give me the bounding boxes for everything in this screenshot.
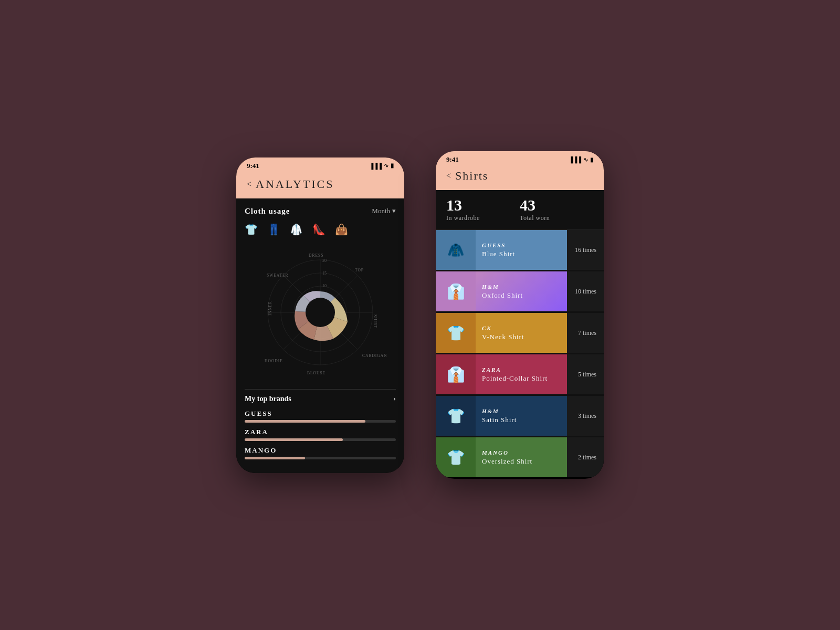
time-left: 9:41 [247,162,259,170]
category-icons: 👕 👖 🥼 👠 👜 [245,223,396,236]
top-brands-title: My top brands [245,395,291,403]
svg-text:TOP: TOP [355,268,364,272]
brand-name-zara: ZARA [245,428,396,436]
bag-icon[interactable]: 👜 [335,223,348,236]
top-brands-header[interactable]: My top brands › [245,389,396,410]
month-selector[interactable]: Month ▾ [372,207,396,215]
shirt-info-mango: MANGO Oversized Shirt [476,437,567,477]
pants-icon[interactable]: 👖 [267,223,280,236]
shirt-thumb-guess: 🧥 [436,230,476,270]
shirt-brand-ck: CK [482,325,561,331]
shirt-thumb-ck: 👕 [436,313,476,353]
brand-fill-zara [245,438,343,441]
status-bar-right: 9:41 ▐▐▐ ∿ ▮ [436,151,604,166]
svg-text:DRESS: DRESS [309,253,323,258]
shirt-info-guess: GUESS Blue Shirt [476,230,567,270]
svg-text:SWEATER: SWEATER [267,273,289,278]
svg-text:20: 20 [322,258,327,263]
svg-point-24 [306,298,335,327]
shirt-name-ck: V-Neck Shirt [482,333,561,341]
brand-name-mango: MANGO [245,446,396,455]
in-wardrobe-stat: 13 In wardrobe [446,197,520,222]
shirts-page-title: Shirts [455,169,488,183]
brand-name-guess: GUESS [245,410,396,418]
in-wardrobe-number: 13 [446,197,520,213]
shirt-brand-zara: ZARA [482,366,561,373]
chart-svg: 5 10 15 20 DRESS TOP SHIRT CARDIGAN BLOU… [252,244,388,381]
shirt-brand-mango: MANGO [482,449,561,456]
brand-bar-guess: GUESS [245,410,396,423]
shirt-item-hm-satin[interactable]: 👕 H&M Satin Shirt 3 times [436,396,604,436]
shirt-list: 🧥 GUESS Blue Shirt 16 times 👔 H&M Oxford… [436,230,604,477]
signal-icon: ▐▐▐ [370,163,382,169]
shirt-item-zara[interactable]: 👔 ZARA Pointed-Collar Shirt 5 times [436,354,604,394]
shirt-brand-hm-oxford: H&M [482,284,561,290]
shirt-item-mango[interactable]: 👕 MANGO Oversized Shirt 2 times [436,437,604,477]
shirt-item-guess[interactable]: 🧥 GUESS Blue Shirt 16 times [436,230,604,270]
svg-text:BLOUSE: BLOUSE [307,371,326,375]
shirt-worn-hm-satin: 3 times [567,396,604,436]
shirts-title-row: < Shirts [436,166,604,183]
shirt-img-zara: 👔 [436,354,476,394]
shirt-info-hm-satin: H&M Satin Shirt [476,396,567,436]
shirt-name-zara: Pointed-Collar Shirt [482,374,561,383]
shirts-back-button[interactable]: < [446,171,451,181]
analytics-phone: 9:41 ▐▐▐ ∿ ▮ < Analytics Cloth usage Mon… [236,158,404,473]
back-button[interactable]: < [247,180,251,189]
shirt-item-ck[interactable]: 👕 CK V-Neck Shirt 7 times [436,313,604,353]
shirt-thumb-zara: 👔 [436,354,476,394]
shirt-thumb-mango: 👕 [436,437,476,477]
brand-track-zara [245,438,396,441]
shirt-img-ck: 👕 [436,313,476,353]
shirt-worn-mango: 2 times [567,437,604,477]
shirt-worn-guess: 16 times [567,230,604,270]
shirts-stats: 13 In wardrobe 43 Total worn [436,190,604,230]
status-bar-left: 9:41 ▐▐▐ ∿ ▮ [236,158,404,172]
wifi-icon-r: ∿ [583,156,588,163]
brand-bars: GUESS ZARA MANGO [245,410,396,459]
shirt-img-hm-oxford: 👔 [436,271,476,311]
shirt-thumb-hm-satin: 👕 [436,396,476,436]
svg-text:15: 15 [322,271,327,276]
in-wardrobe-label: In wardrobe [446,214,520,222]
total-worn-label: Total worn [520,214,593,222]
shirt-item-hm-oxford[interactable]: 👔 H&M Oxford Shirt 10 times [436,271,604,311]
total-worn-stat: 43 Total worn [520,197,593,222]
shirt-brand-guess: GUESS [482,242,561,248]
brand-track-guess [245,420,396,423]
svg-text:HOODIE: HOODIE [265,359,283,363]
shirts-header: 9:41 ▐▐▐ ∿ ▮ < Shirts [436,151,604,190]
shirt-info-zara: ZARA Pointed-Collar Shirt [476,354,567,394]
shirt-img-hm-satin: 👕 [436,396,476,436]
brand-fill-mango [245,457,305,459]
shirt-img-mango: 👕 [436,437,476,477]
shirt-info-ck: CK V-Neck Shirt [476,313,567,353]
status-icons-left: ▐▐▐ ∿ ▮ [370,162,394,169]
shirt-name-hm-oxford: Oxford Shirt [482,291,561,300]
wifi-icon: ∿ [384,162,388,169]
jacket-icon[interactable]: 🥼 [290,223,303,236]
svg-text:10: 10 [322,284,327,288]
battery-icon: ▮ [391,162,394,169]
shirt-name-hm-satin: Satin Shirt [482,416,561,424]
heels-icon[interactable]: 👠 [312,223,326,236]
time-right: 9:41 [446,155,459,164]
brand-track-mango [245,457,396,459]
shirt-name-guess: Blue Shirt [482,250,561,258]
shirt-worn-ck: 7 times [567,313,604,353]
svg-text:SHIRT: SHIRT [373,314,377,328]
shirt-name-mango: Oversized Shirt [482,457,561,466]
shirt-brand-hm-satin: H&M [482,408,561,414]
analytics-body: Cloth usage Month ▾ 👕 👖 🥼 👠 👜 [236,198,404,473]
analytics-header: < Analytics [236,172,404,198]
svg-text:CARDIGAN: CARDIGAN [362,353,387,358]
shirt-info-hm-oxford: H&M Oxford Shirt [476,271,567,311]
brand-fill-guess [245,420,365,423]
shirt-thumb-hm-oxford: 👔 [436,271,476,311]
shirt-worn-hm-oxford: 10 times [567,271,604,311]
brand-bar-mango: MANGO [245,446,396,459]
tshirt-icon[interactable]: 👕 [245,223,258,236]
top-brands-arrow[interactable]: › [393,395,396,403]
cloth-usage-chart: 5 10 15 20 DRESS TOP SHIRT CARDIGAN BLOU… [245,244,396,381]
dropdown-arrow: ▾ [392,207,396,215]
